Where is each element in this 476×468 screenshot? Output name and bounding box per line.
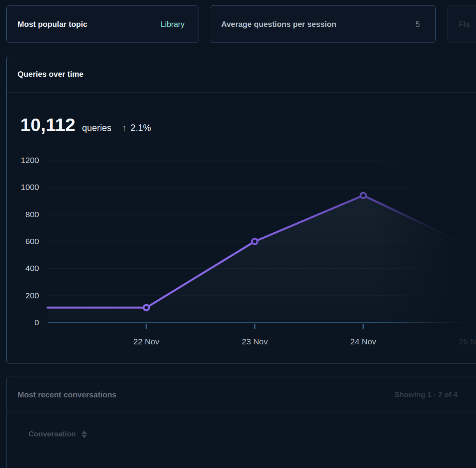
stat-card-value: 5 (416, 20, 420, 29)
x-axis-tick-label: 22 Nov (119, 337, 174, 347)
stat-card-label: Fla (458, 20, 470, 29)
chart-card-title: Queries over time (18, 70, 83, 79)
conversations-card-header: Most recent conversations Showing 1 - 7 … (7, 376, 476, 413)
stat-card-value: Library (161, 20, 185, 29)
sort-ascending-icon (82, 431, 87, 434)
x-axis-tick-label: 23 Nov (227, 337, 282, 347)
analytics-dashboard: Most popular topic Library Average quest… (0, 0, 476, 468)
trend-up-icon: ↑ (122, 122, 127, 133)
column-header-conversation[interactable]: Conversation (28, 430, 87, 438)
total-queries-value: 10,112 (20, 115, 75, 134)
column-header-label: Conversation (28, 430, 76, 438)
chart-card-header: Queries over time (7, 56, 476, 92)
sort-descending-icon (82, 435, 87, 438)
stat-card-average-questions: Average questions per session 5 (210, 5, 436, 43)
stat-card-label: Average questions per session (221, 20, 336, 29)
total-queries-unit: queries (82, 123, 111, 133)
stat-card-most-popular-topic: Most popular topic Library (6, 5, 199, 43)
x-axis-tick-label: 25 Nov (444, 337, 476, 347)
recent-conversations-card: Most recent conversations Showing 1 - 7 … (6, 376, 476, 468)
trend-percentage: 2.1% (131, 123, 151, 133)
showing-range-text: Showing 1 - 7 of 4 (394, 390, 458, 399)
chart-stat-line: 10,112 queries ↑ 2.1% (20, 115, 151, 134)
conversations-title: Most recent conversations (18, 390, 116, 399)
stat-card-label: Most popular topic (18, 20, 87, 29)
sort-icon[interactable] (82, 431, 87, 438)
stat-card-flagged-clipped: Fla (447, 5, 476, 43)
queries-line-chart (0, 148, 476, 351)
conversations-table-header: Conversation (7, 423, 476, 445)
x-axis-tick-label: 24 Nov (336, 337, 391, 347)
